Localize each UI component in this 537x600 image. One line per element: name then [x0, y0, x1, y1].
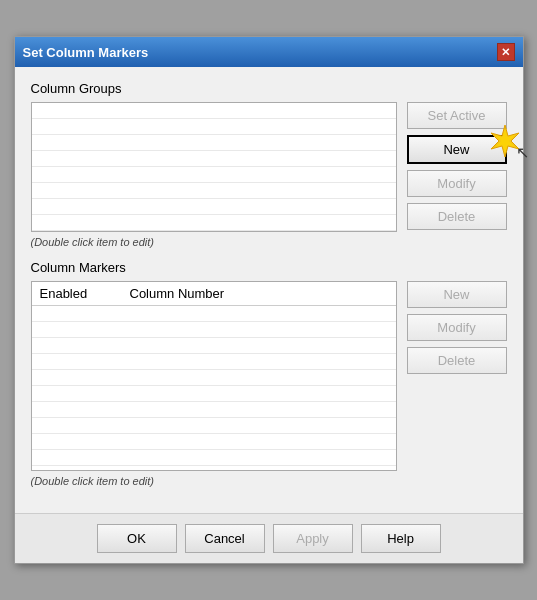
- apply-button[interactable]: Apply: [273, 524, 353, 553]
- list-item: [32, 167, 396, 183]
- list-item: [32, 322, 396, 338]
- column-markers-modify-button[interactable]: Modify: [407, 314, 507, 341]
- list-item: [32, 434, 396, 450]
- list-item: [32, 183, 396, 199]
- column-markers-listbox[interactable]: Enabled Column Number: [31, 281, 397, 471]
- list-item: [32, 119, 396, 135]
- list-item: [32, 215, 396, 231]
- list-item: [32, 151, 396, 167]
- list-item: [32, 354, 396, 370]
- list-item: [32, 103, 396, 119]
- header-column-number: Column Number: [130, 286, 225, 301]
- column-markers-delete-button[interactable]: Delete: [407, 347, 507, 374]
- footer-bar: OK Cancel Apply Help: [15, 513, 523, 563]
- list-item: [32, 418, 396, 434]
- list-item: [32, 135, 396, 151]
- list-item: [32, 306, 396, 322]
- list-item: [32, 370, 396, 386]
- column-groups-listbox[interactable]: [31, 102, 397, 232]
- column-groups-delete-button[interactable]: Delete: [407, 203, 507, 230]
- new-button-wrapper: New ↖: [407, 135, 507, 164]
- column-groups-modify-button[interactable]: Modify: [407, 170, 507, 197]
- column-groups-buttons: Set Active New ↖ Modify Delete: [407, 102, 507, 230]
- column-markers-lines: [32, 306, 396, 466]
- close-button[interactable]: ✕: [497, 43, 515, 61]
- help-button[interactable]: Help: [361, 524, 441, 553]
- list-item: [32, 386, 396, 402]
- column-markers-row: Enabled Column Number: [31, 281, 507, 471]
- ok-button[interactable]: OK: [97, 524, 177, 553]
- column-groups-lines: [32, 103, 396, 231]
- header-enabled: Enabled: [40, 286, 130, 301]
- list-item: [32, 338, 396, 354]
- list-item: [32, 450, 396, 466]
- dialog-title: Set Column Markers: [23, 45, 149, 60]
- column-markers-buttons: New Modify Delete: [407, 281, 507, 374]
- column-markers-section: Column Markers Enabled Column Number: [31, 260, 507, 487]
- column-groups-label: Column Groups: [31, 81, 507, 96]
- dialog-body: Column Groups Set Active: [15, 67, 523, 513]
- column-groups-new-button[interactable]: New: [407, 135, 507, 164]
- column-groups-hint: (Double click item to edit): [31, 236, 507, 248]
- column-markers-header: Enabled Column Number: [32, 282, 396, 306]
- set-column-markers-dialog: Set Column Markers ✕ Column Groups: [14, 36, 524, 564]
- column-groups-row: Set Active New ↖ Modify Delete: [31, 102, 507, 232]
- list-item: [32, 199, 396, 215]
- column-groups-section: Column Groups Set Active: [31, 81, 507, 248]
- cancel-button[interactable]: Cancel: [185, 524, 265, 553]
- cursor-icon: ↖: [516, 143, 529, 162]
- column-markers-label: Column Markers: [31, 260, 507, 275]
- set-active-button[interactable]: Set Active: [407, 102, 507, 129]
- list-item: [32, 402, 396, 418]
- column-markers-hint: (Double click item to edit): [31, 475, 507, 487]
- column-markers-new-button[interactable]: New: [407, 281, 507, 308]
- title-bar: Set Column Markers ✕: [15, 37, 523, 67]
